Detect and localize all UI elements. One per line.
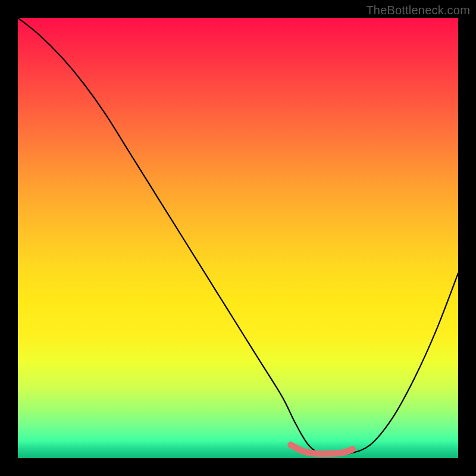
bottleneck-curve-path xyxy=(18,18,458,455)
chart-container: TheBottleneck.com xyxy=(0,0,476,476)
plot-area xyxy=(18,18,458,458)
optimal-range-highlight-path xyxy=(291,445,353,454)
curve-svg xyxy=(18,18,458,458)
watermark-text: TheBottleneck.com xyxy=(366,4,470,17)
